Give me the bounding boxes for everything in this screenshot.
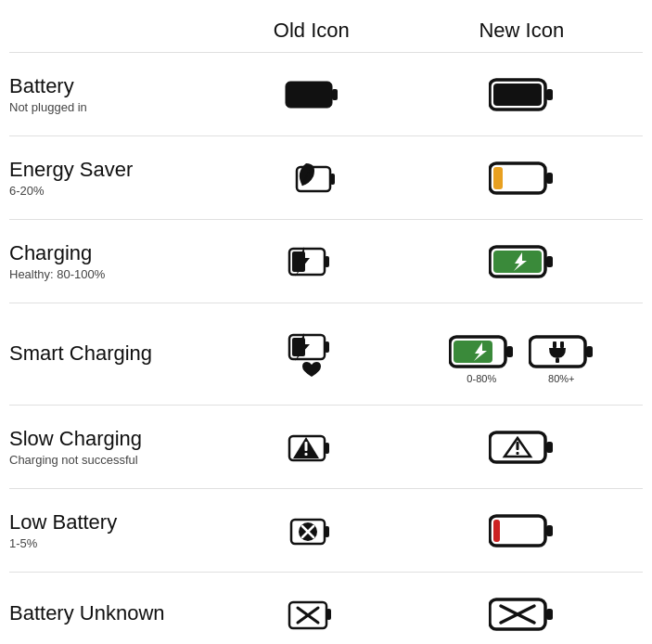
svg-rect-20 xyxy=(506,346,513,357)
old-icon-header: Old Icon xyxy=(274,19,350,43)
energy-saver-sub-text: 6-20% xyxy=(9,184,213,198)
row-battery-unknown: Battery Unknown xyxy=(9,572,643,644)
slow-charging-label: Slow Charging Charging not successful xyxy=(9,427,223,467)
svg-rect-36 xyxy=(325,526,329,537)
new-slow-charging-icon xyxy=(489,428,554,467)
slow-charging-main-text: Slow Charging xyxy=(9,427,213,451)
new-battery-unknown-icon xyxy=(489,595,554,634)
charging-label: Charging Healthy: 80-100% xyxy=(9,241,223,281)
smart-charging-0-80-label: 0-80% xyxy=(467,373,496,384)
smart-charging-old-icon xyxy=(223,328,401,381)
svg-rect-8 xyxy=(546,173,553,184)
new-icon-header: New Icon xyxy=(479,19,564,43)
low-battery-label: Low Battery 1-5% xyxy=(9,510,223,550)
svg-rect-29 xyxy=(304,442,307,451)
row-battery: Battery Not plugged in xyxy=(9,52,643,135)
charging-old-icon xyxy=(223,239,401,284)
energy-saver-old-icon xyxy=(223,156,401,200)
new-energy-saver-icon xyxy=(489,159,554,198)
svg-rect-6 xyxy=(330,174,335,185)
svg-rect-1 xyxy=(332,89,338,100)
svg-rect-41 xyxy=(546,525,553,536)
low-battery-sub-text: 1-5% xyxy=(9,536,213,550)
svg-rect-42 xyxy=(493,520,500,542)
charging-sub-text: Healthy: 80-100% xyxy=(9,267,213,281)
smart-charging-80-plus-label: 80%+ xyxy=(548,373,574,384)
svg-rect-25 xyxy=(560,341,564,348)
header-row: Old Icon New Icon xyxy=(9,19,643,43)
smart-charging-label: Smart Charging xyxy=(9,341,223,366)
battery-unknown-label: Battery Unknown xyxy=(9,601,223,625)
svg-rect-26 xyxy=(556,358,559,363)
old-battery-icon xyxy=(285,76,339,113)
new-smart-charging-80-plus-icon xyxy=(529,332,594,371)
svg-rect-0 xyxy=(286,82,332,108)
svg-rect-48 xyxy=(546,609,553,620)
row-low-battery: Low Battery 1-5% xyxy=(9,488,643,572)
svg-rect-34 xyxy=(517,452,519,455)
new-low-battery-icon xyxy=(489,511,554,550)
old-smart-charging-icon xyxy=(284,328,339,381)
smart-charging-new-icon-0-80: 0-80% xyxy=(449,332,514,384)
svg-rect-9 xyxy=(493,167,503,189)
battery-unknown-main-text: Battery Unknown xyxy=(9,601,213,625)
battery-unknown-new-icon xyxy=(401,595,643,634)
svg-rect-30 xyxy=(304,453,307,456)
low-battery-new-icon xyxy=(401,511,643,550)
new-smart-charging-0-80-icon xyxy=(449,332,514,371)
row-slow-charging: Slow Charging Charging not successful xyxy=(9,405,643,488)
new-battery-icon xyxy=(489,75,554,114)
charging-main-text: Charging xyxy=(9,241,213,265)
slow-charging-sub-text: Charging not successful xyxy=(9,453,213,467)
slow-charging-old-icon xyxy=(223,425,401,470)
energy-saver-new-icon xyxy=(401,159,643,198)
svg-rect-32 xyxy=(546,442,553,453)
old-charging-icon xyxy=(284,239,339,284)
svg-rect-3 xyxy=(546,89,553,100)
svg-rect-11 xyxy=(325,256,329,267)
svg-rect-21 xyxy=(454,341,492,363)
smart-charging-new-icon-80-plus: 80%+ xyxy=(529,332,594,384)
battery-main-text: Battery xyxy=(9,74,213,98)
old-slow-charging-icon xyxy=(284,425,339,470)
svg-rect-23 xyxy=(586,346,593,357)
energy-saver-label: Energy Saver 6-20% xyxy=(9,158,223,198)
low-battery-old-icon xyxy=(223,509,401,553)
new-charging-icon xyxy=(489,242,554,281)
battery-unknown-old-icon xyxy=(223,592,401,637)
svg-rect-44 xyxy=(326,609,331,620)
row-smart-charging: Smart Charging xyxy=(9,303,643,405)
svg-rect-17 xyxy=(325,341,329,353)
old-energy-saver-icon xyxy=(286,156,337,200)
old-battery-unknown-icon xyxy=(284,592,339,637)
low-battery-main-text: Low Battery xyxy=(9,510,213,535)
charging-new-icon xyxy=(401,242,643,281)
battery-label: Battery Not plugged in xyxy=(9,74,223,114)
battery-old-icon xyxy=(223,76,401,113)
smart-charging-new-icons: 0-80% 80%+ xyxy=(401,325,643,384)
row-charging: Charging Healthy: 80-100% xyxy=(9,219,643,303)
slow-charging-new-icon xyxy=(401,428,643,467)
svg-rect-24 xyxy=(553,341,556,348)
svg-rect-14 xyxy=(546,256,553,267)
smart-charging-main-text: Smart Charging xyxy=(9,341,213,366)
old-low-battery-icon xyxy=(284,509,339,553)
svg-rect-28 xyxy=(325,443,329,454)
main-container: Old Icon New Icon Battery Not plugged in xyxy=(0,0,652,644)
battery-new-icon xyxy=(401,75,643,114)
svg-rect-4 xyxy=(493,84,542,106)
energy-saver-main-text: Energy Saver xyxy=(9,158,213,182)
battery-sub-text: Not plugged in xyxy=(9,100,213,114)
svg-rect-33 xyxy=(517,442,519,450)
row-energy-saver: Energy Saver 6-20% xyxy=(9,135,643,219)
